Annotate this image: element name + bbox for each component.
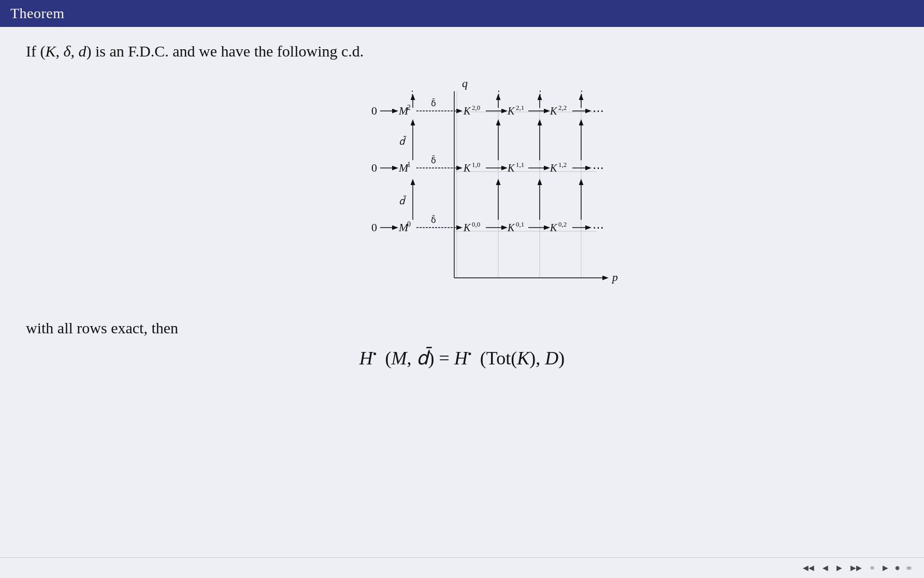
svg-text:1: 1 xyxy=(407,161,411,168)
svg-text:2: 2 xyxy=(407,104,411,111)
nav-prev-prev[interactable]: ◀◀ xyxy=(801,562,816,573)
svg-text:⋮: ⋮ xyxy=(494,89,503,100)
formula-area: H• (M, d̄) = H• (Tot(K), D) xyxy=(26,347,898,369)
svg-text:2,0: 2,0 xyxy=(472,104,480,111)
nav-next-next[interactable]: ▶▶ xyxy=(848,562,864,573)
svg-text:2,2: 2,2 xyxy=(558,104,567,111)
svg-text:⋯: ⋯ xyxy=(593,161,604,174)
svg-text:q: q xyxy=(462,77,468,90)
svg-text:K: K xyxy=(550,222,558,233)
diagram-area: p q ⋮ ⋮ ⋮ ⋮ d̄ d̄ xyxy=(26,76,898,304)
svg-text:K: K xyxy=(463,222,471,233)
svg-text:1,2: 1,2 xyxy=(558,161,567,168)
svg-text:⋯: ⋯ xyxy=(593,221,604,234)
svg-text:2,1: 2,1 xyxy=(516,104,524,111)
svg-text:δ̄: δ̄ xyxy=(431,98,436,108)
svg-text:d̄: d̄ xyxy=(399,195,407,206)
nav-next[interactable]: ▶ xyxy=(834,562,844,573)
svg-text:K: K xyxy=(550,162,558,174)
svg-text:K: K xyxy=(463,162,471,174)
svg-text:0: 0 xyxy=(371,104,377,117)
svg-text:δ̄: δ̄ xyxy=(431,215,436,224)
theorem-header: Theorem xyxy=(0,0,924,27)
svg-text:⋮: ⋮ xyxy=(577,89,586,100)
svg-text:δ̄: δ̄ xyxy=(431,156,436,165)
svg-text:K: K xyxy=(550,105,558,117)
svg-text:⋯: ⋯ xyxy=(593,104,604,117)
svg-text:0,2: 0,2 xyxy=(558,220,567,228)
theorem-title: Theorem xyxy=(10,5,65,21)
svg-text:K: K xyxy=(507,105,515,117)
svg-text:0,0: 0,0 xyxy=(472,220,480,228)
nav-icons: ◀◀ ◀ ▶ ▶▶ ≡ ▶ ● ∞ xyxy=(801,562,914,573)
commutative-diagram: p q ⋮ ⋮ ⋮ ⋮ d̄ d̄ xyxy=(291,76,633,304)
svg-text:0: 0 xyxy=(371,161,377,174)
nav-menu[interactable]: ≡ xyxy=(868,563,876,573)
slide-container: Theorem If (K, δ, d) is an F.D.C. and we… xyxy=(0,0,924,557)
svg-text:K: K xyxy=(463,105,471,117)
intro-text: If (K, δ, d) is an F.D.C. and we have th… xyxy=(26,43,898,60)
svg-text:K: K xyxy=(507,162,515,174)
svg-text:d̄: d̄ xyxy=(399,136,407,147)
svg-text:⋮: ⋮ xyxy=(536,89,545,100)
svg-text:0: 0 xyxy=(371,221,377,234)
nav-zoom[interactable]: ∞ xyxy=(904,563,914,573)
svg-text:1,1: 1,1 xyxy=(516,161,524,168)
nav-play[interactable]: ▶ xyxy=(880,562,890,573)
svg-text:0: 0 xyxy=(407,220,411,228)
svg-text:K: K xyxy=(507,222,515,233)
with-rows-text: with all rows exact, then xyxy=(26,319,898,337)
nav-prev[interactable]: ◀ xyxy=(820,562,830,573)
theorem-body: If (K, δ, d) is an F.D.C. and we have th… xyxy=(0,27,924,557)
svg-text:⋮: ⋮ xyxy=(408,89,417,100)
nav-dot: ● xyxy=(894,562,900,573)
svg-text:0,1: 0,1 xyxy=(516,220,524,228)
svg-text:1,0: 1,0 xyxy=(472,161,480,168)
bottom-nav: ◀◀ ◀ ▶ ▶▶ ≡ ▶ ● ∞ xyxy=(0,557,924,578)
formula-text: H• (M, d̄) = H• (Tot(K), D) xyxy=(359,347,565,369)
svg-text:p: p xyxy=(611,271,618,284)
